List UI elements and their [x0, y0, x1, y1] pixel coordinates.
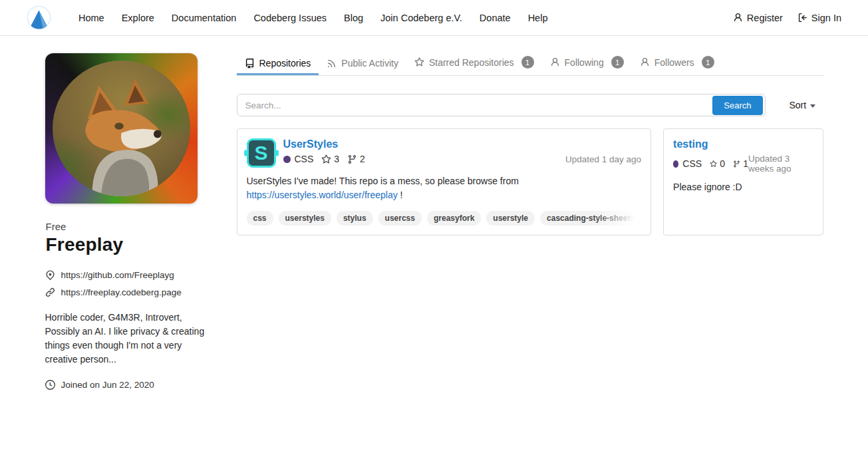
language-dot: [673, 160, 678, 168]
nav-item-help[interactable]: Help: [519, 7, 557, 29]
language-label: CSS: [682, 158, 702, 169]
fox-avatar-image: [53, 61, 190, 196]
starred-count-badge: 1: [521, 56, 534, 69]
tab-public-activity[interactable]: Public Activity: [319, 55, 406, 75]
register-label: Register: [747, 13, 783, 23]
profile-names: Free Freeplay: [45, 221, 226, 255]
fork-icon: [733, 159, 740, 169]
repo-card-userstyles: S UserStyles CSS 3 2 Updated 1 day ago: [237, 128, 652, 235]
topic-tag[interactable]: css: [247, 211, 273, 226]
clock-icon: [45, 380, 55, 390]
sign-in-button[interactable]: Sign In: [797, 13, 841, 23]
profile-full-name: Free: [46, 221, 226, 232]
tab-public-activity-label: Public Activity: [341, 58, 398, 69]
profile-website-row: https://freeplay.codeberg.page: [45, 287, 226, 297]
tab-following-label: Following: [565, 57, 604, 68]
repo-meta-row: CSS 0 1 Updated 3 weeks ago: [673, 154, 813, 174]
language-dot: [283, 156, 291, 163]
repo-description-text: UserStyles I've made! This repo is a mes…: [247, 176, 519, 186]
profile-sidebar: Free Freeplay https://github.com/Freepla…: [45, 53, 226, 390]
fork-count: 2: [360, 154, 365, 164]
topic-tag[interactable]: userstyle: [486, 211, 535, 226]
star-icon: [710, 159, 717, 169]
rss-icon: [327, 59, 337, 69]
topic-tag[interactable]: userstyles: [279, 211, 331, 226]
nav-item-documentation[interactable]: Documentation: [163, 7, 245, 29]
sort-dropdown[interactable]: Sort: [790, 100, 816, 110]
page-content: Free Freeplay https://github.com/Freepla…: [45, 53, 823, 390]
sign-in-label: Sign In: [811, 13, 841, 23]
star-count: 0: [720, 158, 725, 169]
profile-joined-date: Joined on Jun 22, 2020: [61, 380, 154, 390]
repo-description-suffix: !: [398, 190, 403, 200]
repo-icon: [245, 59, 255, 69]
star-count: 3: [334, 154, 339, 164]
tab-starred-label: Starred Repositories: [429, 57, 514, 68]
tab-following[interactable]: Following 1: [542, 53, 632, 75]
repo-avatar-letter: S: [254, 143, 267, 163]
star-icon: [414, 57, 424, 67]
profile-website-link[interactable]: https://freeplay.codeberg.page: [61, 287, 182, 297]
star-icon: [321, 154, 331, 164]
search-button[interactable]: Search: [712, 96, 762, 115]
repo-search-row: Search Sort: [237, 94, 823, 116]
top-navbar: Home Explore Documentation Codeberg Issu…: [0, 0, 868, 36]
following-count-badge: 1: [611, 56, 624, 69]
repo-description-link[interactable]: https://userstyles.world/user/freeplay: [247, 190, 398, 200]
profile-bio: Horrible coder, G4M3R, Introvert, Possib…: [45, 311, 216, 367]
repo-card-list: S UserStyles CSS 3 2 Updated 1 day ago: [237, 128, 823, 235]
nav-item-explore[interactable]: Explore: [113, 7, 163, 29]
nav-item-codeberg-issues[interactable]: Codeberg Issues: [245, 7, 335, 29]
tab-starred-repositories[interactable]: Starred Repositories 1: [406, 53, 542, 75]
profile-location-row: https://github.com/Freeplayg: [45, 270, 226, 280]
person-icon: [550, 57, 560, 67]
nav-item-blog[interactable]: Blog: [335, 7, 372, 29]
tab-followers[interactable]: Followers 1: [632, 53, 722, 75]
repo-description: Please ignore :D: [673, 180, 813, 194]
nav-item-donate[interactable]: Donate: [471, 7, 519, 29]
followers-count-badge: 1: [702, 56, 714, 69]
fork-icon: [347, 154, 357, 164]
topic-tag[interactable]: stylus: [337, 211, 373, 226]
profile-tabs: Repositories Public Activity Starred Rep…: [237, 53, 823, 76]
nav-auth-area: Register Sign In: [733, 13, 841, 23]
profile-links: https://github.com/Freeplayg https://fre…: [45, 270, 226, 297]
topic-tag[interactable]: greasyfork: [427, 211, 481, 226]
person-icon: [733, 13, 743, 23]
repo-link-userstyles[interactable]: UserStyles: [283, 138, 339, 150]
profile-username: Freeplay: [46, 234, 226, 255]
search-input[interactable]: [237, 100, 711, 110]
nav-item-home[interactable]: Home: [70, 7, 113, 29]
updated-timestamp: Updated 3 weeks ago: [748, 154, 813, 174]
repo-link-testing[interactable]: testing: [673, 138, 708, 150]
profile-location-link[interactable]: https://github.com/Freeplayg: [61, 270, 174, 280]
main-nav: Home Explore Documentation Codeberg Issu…: [70, 7, 556, 29]
user-avatar: [45, 53, 198, 204]
topic-tag[interactable]: cascading-style-sheets: [540, 211, 641, 226]
topic-tags: css userstyles stylus usercss greasyfork…: [247, 211, 642, 226]
codeberg-logo-icon[interactable]: [27, 5, 51, 30]
repo-card-head-main: UserStyles CSS 3 2 Updated 1 day ago: [283, 138, 642, 168]
repo-meta-row: CSS 3 2 Updated 1 day ago: [283, 154, 642, 164]
sign-in-icon: [797, 13, 807, 23]
repo-card-header: S UserStyles CSS 3 2 Updated 1 day ago: [247, 138, 642, 168]
link-icon: [45, 287, 55, 297]
profile-main: Repositories Public Activity Starred Rep…: [237, 53, 823, 390]
language-label: CSS: [295, 154, 314, 164]
repo-search-box: Search: [237, 94, 766, 116]
register-button[interactable]: Register: [733, 13, 783, 23]
updated-timestamp: Updated 1 day ago: [565, 154, 641, 164]
location-icon: [45, 270, 55, 280]
tab-repositories[interactable]: Repositories: [237, 55, 319, 75]
person-icon: [640, 57, 650, 67]
repo-card-testing: testing CSS 0 1 Updated 3 weeks ago Plea…: [663, 128, 823, 235]
tab-followers-label: Followers: [654, 57, 694, 68]
repo-description: UserStyles I've made! This repo is a mes…: [247, 174, 642, 202]
profile-joined-row: Joined on Jun 22, 2020: [45, 380, 226, 390]
chevron-down-icon: [810, 104, 815, 108]
userstyles-repo-avatar[interactable]: S: [247, 138, 276, 168]
nav-item-join-codeberg[interactable]: Join Codeberg e.V.: [372, 7, 471, 29]
topic-tag[interactable]: usercss: [378, 211, 422, 226]
fork-count: 1: [743, 158, 748, 169]
sort-label: Sort: [790, 100, 807, 110]
